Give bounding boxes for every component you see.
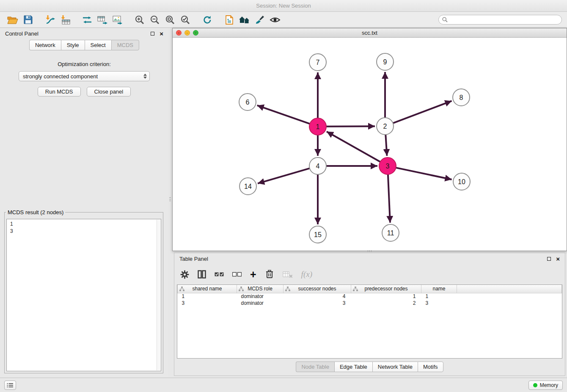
columns-icon: [198, 270, 206, 279]
open-session-button[interactable]: [5, 13, 20, 27]
export-image-button[interactable]: [110, 13, 125, 27]
horizontal-splitter-handle[interactable]: [363, 249, 376, 253]
window-title: Session: New Session: [256, 3, 311, 9]
close-table-panel-icon[interactable]: ×: [556, 256, 560, 262]
show-graphics-button[interactable]: [267, 13, 283, 27]
maximize-window-button[interactable]: +: [193, 30, 198, 36]
function-builder-button-disabled: f(x): [301, 270, 312, 279]
cell-mcds-role[interactable]: dominator: [237, 300, 284, 306]
node-1[interactable]: 1: [309, 118, 326, 135]
vertical-splitter-handle[interactable]: [168, 193, 172, 205]
refresh-view-button[interactable]: [200, 13, 215, 27]
export-table-button[interactable]: [95, 13, 110, 27]
clone-network-button[interactable]: [80, 13, 95, 27]
panel-menu-button[interactable]: [4, 381, 16, 390]
close-panel-button[interactable]: Close panel: [87, 87, 131, 97]
cell-predecessor-nodes[interactable]: 2: [351, 300, 421, 306]
document-icon: [225, 15, 234, 25]
edge-4-14[interactable]: [258, 168, 310, 184]
show-columns-button[interactable]: [198, 270, 206, 279]
tab-node-table[interactable]: Node Table: [296, 362, 334, 372]
search-field[interactable]: [438, 15, 562, 25]
zoom-fit-button[interactable]: [162, 13, 178, 27]
cell-successor-nodes[interactable]: 3: [284, 300, 351, 306]
svg-text:3: 3: [386, 163, 390, 170]
zoom-selected-button[interactable]: [178, 13, 193, 27]
node-15[interactable]: 15: [309, 226, 326, 243]
table-settings-button[interactable]: [180, 270, 189, 279]
cell-name[interactable]: 3: [421, 300, 457, 306]
home-icon: [239, 15, 250, 25]
memory-button[interactable]: Memory: [528, 381, 563, 390]
cell-shared-name[interactable]: 3: [178, 300, 237, 306]
column-header-shared-name[interactable]: shared name: [178, 285, 237, 293]
float-panel-icon[interactable]: [151, 32, 154, 36]
dropdown-value: strongly connected component: [23, 73, 98, 80]
search-input[interactable]: [450, 17, 558, 23]
cell-successor-nodes[interactable]: 4: [284, 293, 351, 300]
table-row[interactable]: 1dominator411: [178, 293, 562, 300]
list-icon: [7, 383, 14, 388]
table-row[interactable]: 3dominator323: [178, 300, 562, 306]
node-9[interactable]: 9: [377, 53, 394, 70]
result-scrollbar[interactable]: [157, 220, 160, 370]
clipboard-document-button[interactable]: [222, 13, 237, 27]
column-header-mcds-role[interactable]: MCDS role: [237, 285, 284, 293]
run-mcds-button[interactable]: Run MCDS: [38, 87, 81, 97]
column-header-successor-nodes[interactable]: successor nodes: [284, 285, 351, 293]
deselect-all-rows-button[interactable]: [232, 272, 242, 277]
cell-name[interactable]: 1: [421, 293, 457, 300]
zoom-out-button[interactable]: [147, 13, 162, 27]
node-7[interactable]: 7: [309, 54, 326, 71]
svg-text:1: 1: [316, 123, 320, 130]
node-10[interactable]: 10: [453, 173, 470, 190]
tab-network-table[interactable]: Network Table: [372, 362, 418, 372]
import-table-button[interactable]: [58, 13, 73, 27]
style-brush-button[interactable]: [252, 13, 267, 27]
node-11[interactable]: 11: [382, 224, 399, 241]
tab-select[interactable]: Select: [85, 40, 111, 50]
hierarchy-icon: [239, 287, 244, 291]
edge-3-10[interactable]: [396, 168, 452, 179]
save-session-button[interactable]: [20, 13, 36, 27]
cell-mcds-role[interactable]: dominator: [237, 293, 284, 300]
cell-predecessor-nodes[interactable]: 1: [351, 293, 421, 300]
close-window-button[interactable]: ×: [176, 30, 182, 36]
edge-3-11[interactable]: [388, 174, 390, 223]
node-3[interactable]: 3: [379, 157, 396, 174]
svg-text:15: 15: [314, 231, 322, 238]
float-table-panel-icon[interactable]: [547, 257, 551, 261]
tab-mcds[interactable]: MCDS: [111, 40, 139, 50]
edge-3-1[interactable]: [327, 132, 380, 162]
node-2[interactable]: 2: [377, 118, 394, 135]
node-14[interactable]: 14: [239, 178, 256, 195]
mcds-result-area[interactable]: 1 3: [6, 219, 161, 371]
select-all-rows-button[interactable]: [215, 272, 224, 277]
minimize-window-button[interactable]: −: [184, 30, 190, 36]
edge-2-8[interactable]: [393, 101, 452, 123]
tab-network[interactable]: Network: [29, 40, 61, 50]
node-6[interactable]: 6: [239, 94, 256, 110]
edge-2-3[interactable]: [385, 135, 387, 156]
optimization-dropdown[interactable]: strongly connected component: [19, 71, 150, 81]
edge-1-2[interactable]: [326, 126, 375, 127]
zoom-in-button[interactable]: [132, 13, 147, 27]
add-column-button[interactable]: +: [250, 269, 256, 280]
home-layout-button[interactable]: [237, 13, 252, 27]
column-header-predecessor-nodes[interactable]: predecessor nodes: [351, 285, 421, 293]
node-8[interactable]: 8: [453, 89, 470, 106]
import-network-button[interactable]: [42, 13, 58, 27]
edge-1-6[interactable]: [257, 105, 310, 124]
network-graph[interactable]: 7968124314101511: [173, 38, 567, 251]
tab-edge-table[interactable]: Edge Table: [334, 362, 372, 372]
node-4[interactable]: 4: [309, 157, 326, 174]
close-panel-icon[interactable]: ×: [160, 30, 163, 37]
cell-shared-name[interactable]: 1: [178, 293, 237, 300]
tab-style[interactable]: Style: [61, 40, 85, 50]
tab-motifs[interactable]: Motifs: [418, 362, 443, 372]
svg-text:6: 6: [246, 99, 250, 106]
delete-column-button[interactable]: [265, 270, 274, 279]
column-header-name[interactable]: name: [421, 285, 457, 293]
status-bar: Memory: [0, 378, 567, 392]
checked-boxes-icon: [215, 272, 224, 277]
